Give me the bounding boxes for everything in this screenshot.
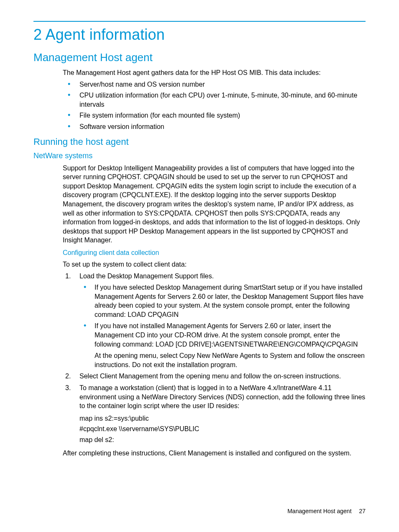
code-line: #cpqclnt.exe \\servername\SYS\PUBLIC (79, 424, 366, 434)
code-line: map ins s2:=sys:\public (79, 413, 366, 424)
sub-item-text: If you have not installed Management Age… (95, 322, 358, 347)
step-3: To manage a workstation (client) that is… (63, 383, 366, 445)
feature-list: Server/host name and OS version number C… (63, 80, 366, 131)
step-1-text: Load the Desktop Management Support file… (79, 272, 214, 280)
section-netware-systems: NetWare systems (33, 152, 366, 160)
page-footer: Management Host agent 27 (287, 508, 366, 514)
chapter-title: 2 Agent information (33, 26, 366, 44)
top-rule (33, 21, 366, 22)
list-item: File system information (for each mounte… (63, 111, 366, 120)
sub-item-extra: At the opening menu, select Copy New Net… (95, 351, 366, 369)
section-configuring-client-data: Configuring client data collection (63, 249, 366, 257)
step-3-text: To manage a workstation (client) that is… (79, 384, 365, 409)
list-item: If you have not installed Management Age… (79, 321, 366, 369)
code-line: map del s2: (79, 434, 366, 445)
closing-paragraph: After completing these instructions, Cli… (63, 449, 366, 458)
list-item: If you have selected Desktop Management … (79, 283, 366, 319)
list-item: CPU utilization information (for each CP… (63, 91, 366, 109)
section-management-host-agent: Management Host agent (33, 51, 366, 64)
page-number: 27 (359, 508, 366, 514)
intro-paragraph: The Management Host agent gathers data f… (63, 68, 366, 77)
netware-paragraph: Support for Desktop Intelligent Manageab… (63, 164, 366, 245)
step-2: Select Client Management from the openin… (63, 372, 366, 381)
document-page: 2 Agent information Management Host agen… (0, 0, 399, 532)
config-steps: Load the Desktop Management Support file… (63, 272, 366, 445)
step-1-sublist: If you have selected Desktop Management … (79, 283, 366, 369)
list-item: Software version information (63, 122, 366, 131)
config-lead: To set up the system to collect client d… (63, 260, 366, 269)
section-running-host-agent: Running the host agent (33, 136, 366, 147)
list-item: Server/host name and OS version number (63, 80, 366, 89)
step-1: Load the Desktop Management Support file… (63, 272, 366, 370)
login-script-lines: map ins s2:=sys:\public #cpqclnt.exe \\s… (79, 413, 366, 445)
footer-section: Management Host agent (287, 508, 351, 514)
